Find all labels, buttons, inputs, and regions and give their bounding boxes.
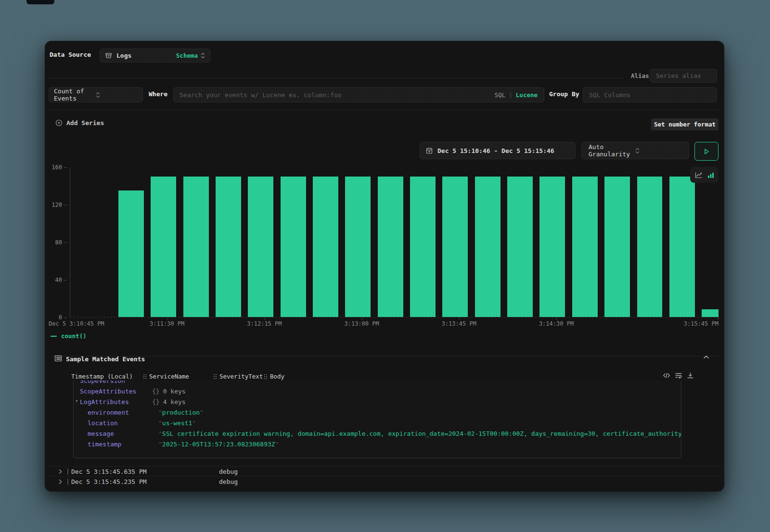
schema-link[interactable]: Schema (176, 52, 198, 59)
chevron-updown-icon (96, 92, 138, 98)
event-row[interactable]: Dec 5 3:15:45.235 PMdebug (45, 476, 724, 486)
event-field-row: ScopeAttributes{}0 keys (74, 386, 681, 396)
language-sql-option[interactable]: SQL (495, 91, 506, 99)
chevron-updown-icon (201, 52, 205, 59)
set-number-format-button[interactable]: Set number format (651, 118, 719, 130)
field-key[interactable]: environment (88, 409, 129, 416)
field-key[interactable]: message (88, 430, 114, 437)
drag-grip-icon[interactable] (264, 374, 268, 380)
chart-bar (669, 177, 695, 317)
data-source-select[interactable]: Logs Schema (100, 49, 210, 63)
granularity-select[interactable]: Auto Granularity (581, 142, 689, 159)
chart-bar (507, 177, 533, 317)
bar-chart-icon[interactable] (707, 172, 714, 178)
chart-bar (183, 177, 209, 317)
x-axis-tick-label: 3:13:45 PM (442, 320, 476, 327)
group-by-input[interactable] (583, 88, 717, 102)
expand-row-chevron-icon[interactable] (59, 479, 62, 484)
y-axis-tick (64, 167, 67, 168)
x-axis-tick-label: 3:14:30 PM (539, 320, 574, 327)
query-language-toggle: SQL | Lucene (495, 88, 538, 102)
table-column-headers: Timestamp (Local)ServiceNameSeverityText… (45, 373, 724, 380)
logs-icon (105, 52, 112, 59)
field-key[interactable]: LogAttributes (80, 398, 129, 405)
event-field-row: timestamp"2025-12-05T13:57:23.082306893Z… (74, 439, 681, 449)
sample-events-title: Sample Matched Events (66, 355, 145, 363)
chart-bar (378, 177, 403, 317)
event-field-row: ScopeVersion"" (74, 380, 681, 386)
field-value: "SSL certificate expiration warning, dom… (158, 430, 681, 437)
drag-grip-icon[interactable] (213, 374, 217, 380)
chart-bar (572, 177, 598, 317)
expand-row-chevron-icon[interactable] (59, 469, 62, 474)
line-chart-icon[interactable] (695, 172, 703, 178)
column-header-body[interactable]: Body (264, 373, 284, 380)
column-header-servicename[interactable]: ServiceName (143, 373, 189, 380)
alias-input-box (650, 69, 717, 83)
chart-bar (313, 177, 338, 317)
field-key[interactable]: timestamp (88, 441, 121, 448)
x-axis-tick (459, 317, 460, 320)
alias-label: Alias (631, 72, 649, 79)
collapse-key-toggle[interactable]: ▾ (75, 398, 78, 404)
chart-plot-area[interactable] (70, 167, 719, 317)
data-source-value: Logs (116, 52, 176, 59)
column-header-severitytext[interactable]: SeverityText (213, 373, 263, 380)
drag-grip-icon[interactable] (143, 374, 147, 380)
offscreen-window-edge (26, 0, 54, 4)
plus-circle-icon (55, 119, 63, 127)
column-header-label: Timestamp (Local) (71, 373, 133, 380)
search-input-box: SQL | Lucene (173, 87, 544, 102)
chart-bar (248, 177, 273, 317)
divider (50, 356, 719, 356)
column-header-label: ServiceName (149, 373, 189, 380)
language-lucene-option[interactable]: Lucene (516, 91, 538, 99)
x-axis-tick-label: 3:11:30 PM (150, 320, 184, 327)
x-axis-tick (167, 317, 168, 320)
event-field-row: message"SSL certificate expiration warni… (74, 428, 681, 439)
table-list-icon (54, 355, 62, 362)
chart-bar (410, 177, 436, 317)
field-key[interactable]: location (88, 419, 118, 427)
event-timestamp: Dec 5 3:15:45.235 PM (71, 478, 147, 485)
play-icon (703, 148, 710, 155)
event-field-row: environment"production" (74, 407, 681, 418)
date-range-value: Dec 5 15:10:46 - Dec 5 15:15:46 (437, 147, 554, 154)
chart-bar (118, 190, 144, 317)
alias-input[interactable] (650, 69, 717, 82)
add-series-button[interactable]: Add Series (55, 119, 104, 127)
field-key[interactable]: ScopeAttributes (80, 388, 136, 395)
event-severity: debug (219, 468, 238, 475)
chart-x-axis: Dec 5 3:10:45 PM3:11:30 PM3:12:15 PM3:13… (70, 320, 719, 328)
chart-bar (442, 177, 468, 317)
x-axis-tick-label: 3:13:00 PM (344, 320, 379, 327)
x-axis-tick-label: Dec 5 3:10:45 PM (49, 320, 104, 327)
y-axis-tick (64, 242, 67, 243)
field-key[interactable]: ScopeVersion (80, 380, 125, 384)
x-axis-tick-label: 3:15:45 PM (684, 320, 719, 327)
event-row[interactable]: Dec 5 3:15:45.635 PMdebug (45, 466, 724, 476)
y-axis-tick (64, 317, 67, 318)
aggregation-select[interactable]: Count of Events (49, 87, 143, 102)
y-axis-tick-label: 160 (51, 164, 62, 171)
divider (50, 78, 622, 78)
y-axis-tick-label: 120 (51, 202, 62, 208)
calendar-icon (426, 147, 433, 154)
event-field-row: location"us-west1" (74, 418, 681, 428)
field-value: "production" (158, 409, 204, 416)
chart-bar (345, 177, 371, 317)
x-axis-tick (718, 317, 719, 320)
chart-bar (216, 177, 241, 317)
chart-type-toggle (690, 167, 719, 183)
run-query-button[interactable] (694, 142, 719, 161)
collapse-section-chevron-icon[interactable] (702, 354, 710, 360)
date-range-picker[interactable]: Dec 5 15:10:46 - Dec 5 15:15:46 (420, 142, 576, 159)
divider (50, 110, 719, 110)
field-value: {}0 keys (152, 388, 186, 395)
column-header-label: Body (270, 373, 284, 380)
event-rows: Dec 5 3:15:45.635 PMdebugDec 5 3:15:45.2… (45, 466, 724, 486)
search-input[interactable] (174, 88, 544, 102)
chart-legend[interactable]: count() (51, 332, 87, 340)
column-header-timestamp-local-[interactable]: Timestamp (Local) (71, 373, 133, 380)
group-by-input-box (583, 87, 717, 102)
